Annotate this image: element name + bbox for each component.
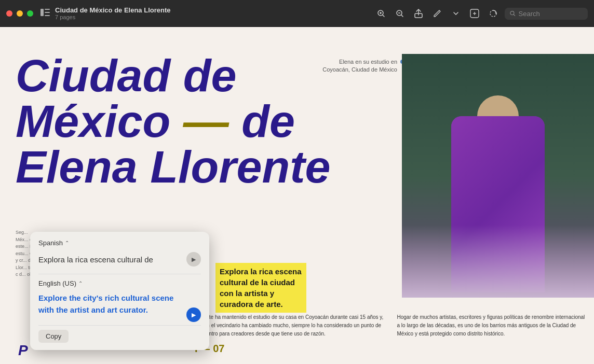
svg-line-18 (514, 15, 515, 16)
target-play-button[interactable]: ▶ (186, 307, 201, 322)
highlighted-text: Explora la rica escena cultural de la ci… (215, 263, 306, 313)
zoom-out-icon[interactable] (393, 6, 407, 21)
share-icon[interactable] (411, 6, 426, 21)
svg-line-7 (383, 15, 384, 17)
target-lang-chevron-icon: ⌃ (78, 281, 83, 286)
source-text-row: Explora la rica escena cultural de ▶ (38, 252, 201, 267)
document-title: Ciudad de México de Elena Llorente (55, 6, 171, 14)
zoom-in-icon[interactable] (374, 6, 388, 21)
title-line1: Ciudad de (16, 50, 236, 101)
target-lang-label: English (US) (38, 279, 76, 287)
translation-footer: Copy (38, 325, 201, 343)
translated-text-row: Explore the city's rich cultural scene w… (38, 292, 201, 322)
author-photo (402, 54, 594, 298)
main-content: Elena en su estudio enCoyoacán, Ciudad d… (0, 27, 594, 364)
traffic-lights (6, 10, 33, 17)
page-letter: P (18, 342, 28, 359)
document-pages: 7 pages (55, 14, 171, 20)
markup-icon[interactable] (430, 6, 444, 21)
rotate-icon[interactable] (486, 6, 501, 21)
source-lang-label: Spanish (38, 239, 63, 247)
svg-rect-1 (45, 9, 50, 10)
popup-divider (38, 274, 201, 274)
svg-rect-2 (45, 12, 50, 13)
title-line2: México (16, 95, 170, 147)
document-page: Elena en su estudio enCoyoacán, Ciudad d… (0, 27, 594, 364)
search-input[interactable] (519, 10, 583, 18)
sidebar-toggle-icon[interactable] (40, 9, 50, 18)
photo-placeholder (402, 54, 594, 298)
bottom-col-2-text: Hogar de muchos artistas, escritores y f… (397, 314, 585, 337)
fullscreen-button[interactable] (27, 10, 33, 17)
bottom-col-1: Llorente ha mantenido el estudio de su c… (195, 313, 387, 338)
translated-text: Explore the city's rich cultural scene w… (38, 292, 186, 316)
svg-rect-3 (45, 15, 50, 16)
document-title-area: Ciudad de México de Elena Llorente 7 pag… (55, 6, 171, 20)
svg-line-10 (401, 15, 403, 17)
titlebar: Ciudad de México de Elena Llorente 7 pag… (0, 0, 594, 27)
add-icon[interactable] (467, 6, 482, 21)
copy-button[interactable]: Copy (38, 330, 69, 343)
close-button[interactable] (6, 10, 12, 17)
translation-popup: Spanish ⌃ Explora la rica escena cultura… (30, 232, 209, 350)
highlight-content: Explora la rica escena cultural de la ci… (220, 267, 302, 309)
source-lang-selector[interactable]: Spanish ⌃ (38, 239, 201, 247)
title-line3: Elena Llorente (16, 141, 330, 192)
source-lang-chevron-icon: ⌃ (65, 240, 69, 246)
bottom-col-1-text: Llorente ha mantenido el estudio de su c… (195, 314, 383, 337)
source-text: Explora la rica escena cultural de (38, 255, 182, 264)
search-box[interactable] (505, 8, 588, 20)
source-play-button[interactable]: ▶ (186, 252, 201, 267)
search-icon (510, 10, 516, 17)
title-de: de (241, 95, 295, 147)
bottom-col-2: Hogar de muchos artistas, escritores y f… (397, 313, 589, 338)
markup-chevron-icon[interactable] (449, 6, 463, 21)
svg-rect-0 (40, 9, 44, 16)
toolbar-right (374, 0, 588, 27)
minimize-button[interactable] (17, 10, 23, 17)
svg-marker-16 (495, 12, 496, 14)
bottom-text-columns: Llorente ha mantenido el estudio de su c… (195, 313, 589, 338)
target-lang-selector[interactable]: English (US) ⌃ (38, 279, 201, 287)
title-dash: — (183, 95, 241, 147)
